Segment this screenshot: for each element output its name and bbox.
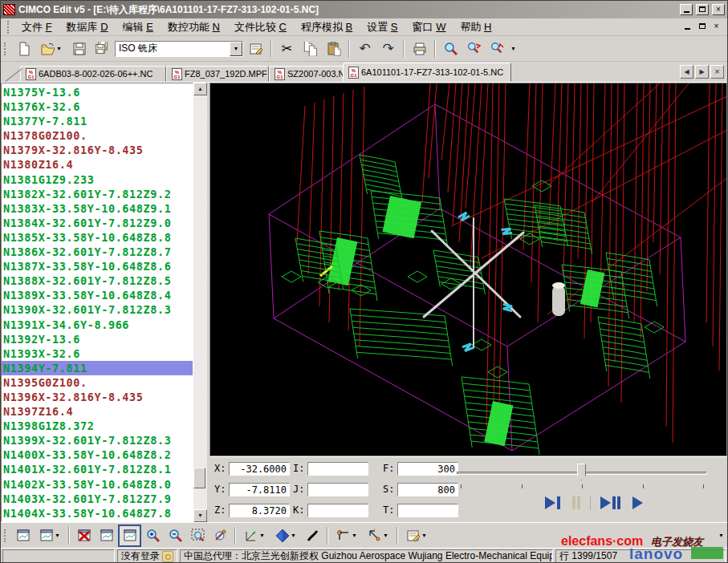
feed-field[interactable]: 300 <box>397 462 458 476</box>
tab-3[interactable]: %G1SZ2007-003.NC <box>269 66 349 82</box>
close-button[interactable]: × <box>712 4 725 15</box>
code-line[interactable]: N1389X-33.58Y-10.648Z8.4 <box>2 288 193 302</box>
new-file-button[interactable] <box>13 38 35 59</box>
spindle-field[interactable]: 800 <box>397 483 458 496</box>
code-line[interactable]: N1385X-33.58Y-10.648Z8.8 <box>2 230 193 245</box>
save-button[interactable] <box>68 38 90 59</box>
menu-item-setup[interactable]: 设置 S <box>360 18 405 36</box>
coord-i-field[interactable] <box>307 462 368 476</box>
axes-view-button[interactable]: ▼ <box>239 525 270 546</box>
copy-button[interactable] <box>299 38 321 59</box>
code-line[interactable]: N1380Z16.4 <box>2 157 193 172</box>
menu-item-help[interactable]: 帮助 H <box>453 18 498 36</box>
code-line[interactable]: N1395G0Z100. <box>2 375 193 390</box>
menu-item-edit[interactable]: 编辑 E <box>116 18 161 36</box>
code-line[interactable]: N1396X-32.816Y-8.435 <box>2 390 193 404</box>
new-window-button[interactable]: ▼ <box>35 525 65 546</box>
mdi-close-button[interactable]: × <box>710 22 722 32</box>
code-line[interactable]: N1388X-32.601Y-7.812Z8.5 <box>2 273 193 288</box>
code-line[interactable]: N1403X-32.601Y-7.812Z7.9 <box>2 492 193 506</box>
orbit-button[interactable] <box>209 525 231 546</box>
code-line[interactable]: N1384X-32.601Y-7.812Z9.0 <box>2 216 193 230</box>
shaded-view-button[interactable]: ▼ <box>270 525 301 546</box>
coord-z-field[interactable]: 8.3720 <box>229 504 290 517</box>
find-previous-button[interactable] <box>486 38 508 59</box>
code-line[interactable]: N1377Y-7.811 <box>2 114 193 128</box>
tool-field[interactable] <box>397 504 458 517</box>
code-line[interactable]: N1387X-33.58Y-10.648Z8.6 <box>2 259 193 273</box>
code-line-selected[interactable]: N1394Y-7.811 <box>2 361 193 375</box>
open-file-button[interactable]: ▼ <box>36 38 67 59</box>
code-line[interactable]: N1392Y-13.6 <box>2 332 193 346</box>
menu-grip[interactable] <box>7 21 11 34</box>
menu-item-file[interactable]: 文件 F <box>14 18 59 36</box>
window-split-button[interactable] <box>12 525 34 546</box>
sim-window-button[interactable] <box>96 525 117 546</box>
tab-scroll-left-button[interactable]: ◀ <box>680 65 693 79</box>
machine-type-combobox[interactable]: ISO 铣床 ▼ <box>115 41 243 57</box>
code-line[interactable]: N1399X-32.601Y-7.812Z8.3 <box>2 433 193 448</box>
scrollbar-track[interactable] <box>193 95 207 509</box>
code-line[interactable]: N1398G1Z8.372 <box>2 419 193 433</box>
code-editor[interactable]: N1375Y-13.6N1376X-32.6N1377Y-7.811N1378G… <box>1 83 193 522</box>
mdi-minimize-button[interactable] <box>681 22 693 32</box>
code-line[interactable]: N1381G1Z9.233 <box>2 172 193 187</box>
code-line[interactable]: N1379X-32.816Y-8.435 <box>2 143 193 157</box>
tool-display-button[interactable]: ▼ <box>331 525 362 546</box>
tab-1[interactable]: %G16ADB03-8-002-026-06++.NC <box>20 66 166 82</box>
print-button[interactable] <box>409 38 430 59</box>
toolbar-grip[interactable] <box>4 43 8 55</box>
sim-toolbar-overflow-caret[interactable]: ▼ <box>718 533 724 538</box>
maximize-button[interactable] <box>696 4 709 15</box>
menu-item-database[interactable]: 数据库 D <box>59 18 116 36</box>
coord-k-field[interactable] <box>307 504 368 517</box>
coord-y-field[interactable]: -7.8110 <box>229 483 290 496</box>
code-line[interactable]: N1382X-32.601Y-7.812Z9.2 <box>2 187 193 201</box>
play-button[interactable] <box>630 494 645 512</box>
redo-button[interactable]: ↷ <box>377 38 399 59</box>
code-line[interactable]: N1390X-32.601Y-7.812Z8.3 <box>2 302 193 317</box>
key-icon[interactable] <box>162 551 173 562</box>
mdi-restore-button[interactable] <box>696 22 708 32</box>
combobox-dropdown-button[interactable]: ▼ <box>230 42 242 56</box>
find-button[interactable] <box>440 38 462 59</box>
simulation-viewport[interactable] <box>209 83 727 456</box>
coord-x-field[interactable]: -32.6000 <box>229 462 290 476</box>
menu-item-nc-functions[interactable]: 数控功能 N <box>161 18 227 36</box>
menu-item-file-compare[interactable]: 文件比较 C <box>227 18 294 36</box>
zoom-in-button[interactable] <box>142 525 164 546</box>
sim-graph-window-button[interactable] <box>118 525 141 547</box>
code-line[interactable]: N1400X-33.58Y-10.648Z8.2 <box>2 448 193 462</box>
scrollbar-down-button[interactable]: ▼ <box>193 509 207 522</box>
save-all-button[interactable] <box>92 38 113 59</box>
sim-settings-button[interactable]: ▼ <box>401 525 432 546</box>
code-line[interactable]: N1404X-33.58Y-10.648Z7.8 <box>2 506 193 520</box>
tab-close-button[interactable]: × <box>710 65 724 79</box>
step-forward-button[interactable] <box>543 494 563 512</box>
code-line[interactable]: N1391X-34.6Y-8.966 <box>2 318 193 332</box>
code-line[interactable]: N1397Z16.4 <box>2 404 193 419</box>
draw-tool-button[interactable] <box>302 525 323 546</box>
zoom-out-button[interactable] <box>165 525 186 546</box>
menu-item-window[interactable]: 窗口 W <box>405 18 453 36</box>
title-bar[interactable]: CIMCO Edit v5 - [E:\待入库程序\6A101101-17-FZ… <box>1 1 727 18</box>
slider-thumb[interactable] <box>577 464 586 480</box>
code-line[interactable]: N1375Y-13.6 <box>2 85 193 99</box>
code-line[interactable]: N1386X-32.601Y-7.812Z8.7 <box>2 245 193 259</box>
code-line[interactable]: N1376X-32.6 <box>2 99 193 114</box>
scrollbar-thumb[interactable] <box>193 468 205 488</box>
code-line[interactable]: N1393X-32.6 <box>2 346 193 361</box>
toolbar-overflow-caret[interactable]: ▼ <box>510 46 516 51</box>
coord-j-field[interactable] <box>307 483 368 496</box>
scrollbar-up-button[interactable]: ▲ <box>193 83 207 95</box>
menu-item-backplot[interactable]: 程序模拟 B <box>294 18 360 36</box>
code-line[interactable]: N1402X-33.58Y-10.648Z8.0 <box>2 477 193 492</box>
code-line[interactable]: N1401X-32.601Y-7.812Z8.1 <box>2 462 193 476</box>
toolpath-display-button[interactable]: ▼ <box>363 525 393 546</box>
tab-scroll-right-button[interactable]: ▶ <box>695 65 709 79</box>
code-line[interactable]: N1383X-33.58Y-10.648Z9.1 <box>2 201 193 216</box>
sim-toolbar-grip[interactable] <box>4 529 8 542</box>
code-line[interactable]: N1378G0Z100. <box>2 128 193 143</box>
undo-button[interactable]: ↶ <box>354 38 376 59</box>
open-dropdown-caret[interactable]: ▼ <box>56 46 62 51</box>
